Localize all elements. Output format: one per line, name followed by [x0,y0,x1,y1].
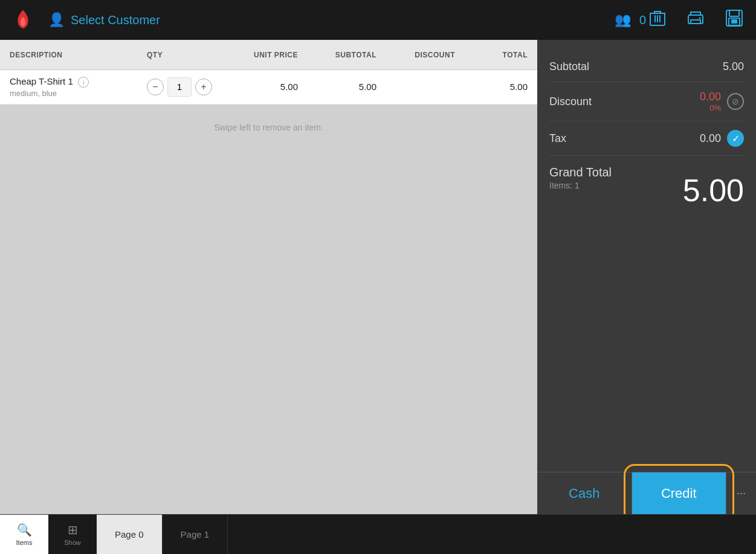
discount-label: Discount [549,95,592,108]
customer-label[interactable]: Select Customer [71,13,160,27]
discount-percent: 0% [700,103,721,112]
page-tab-0[interactable]: Page 0 [97,515,163,555]
nav-show[interactable]: ⊞ Show [48,515,97,554]
group-count: 0 [639,13,646,27]
table-body: Cheap T-Shirt 1 i medium, blue − + 5.00 … [0,70,537,105]
subtotal-row: Subtotal 5.00 [549,52,744,82]
item-name: Cheap T-Shirt 1 [10,76,73,86]
grand-total-section: Grand Total Items: 1 5.00 [549,166,744,208]
page-tabs: Page 0 Page 1 [97,515,228,554]
unit-price-value: 5.00 [219,82,298,92]
show-icon: ⊞ [68,523,78,537]
svg-rect-5 [729,10,739,16]
header-actions [646,6,746,34]
qty-decrease-button[interactable]: − [147,79,164,95]
group-icon: 👥 [615,12,631,28]
bottom-nav: 🔍 Items ⊞ Show Page 0 Page 1 [0,514,756,554]
qty-increase-button[interactable]: + [195,79,212,95]
tax-container: 0.00 ✓ [700,130,744,147]
svg-rect-7 [731,19,737,24]
save-button[interactable] [722,6,746,34]
tax-check-icon[interactable]: ✓ [727,130,744,147]
delete-button[interactable] [646,6,669,34]
qty-input[interactable] [167,77,192,97]
col-total: TOTAL [455,51,528,59]
left-panel: DESCRIPTION QTY UNIT PRICE SUBTOTAL DISC… [0,40,537,514]
customer-section[interactable]: 👤 Select Customer [48,12,615,28]
svg-rect-2 [691,20,700,24]
nav-items[interactable]: 🔍 Items [0,515,48,554]
subtotal-value: 5.00 [723,60,744,73]
subtotal-value: 5.00 [298,82,376,92]
page-1-label: Page 1 [181,529,210,540]
items-icon: 🔍 [17,523,32,537]
cash-button[interactable]: Cash [537,472,632,514]
total-value: 5.00 [455,82,528,92]
items-label: Items [16,539,33,546]
swipe-hint: Swipe left to remove an item. [0,111,537,144]
table-row: Cheap T-Shirt 1 i medium, blue − + 5.00 … [0,70,537,105]
app-logo [10,7,36,33]
col-subtotal: SUBTOTAL [298,51,376,59]
credit-button-wrapper: Credit [632,472,726,514]
item-description: Cheap T-Shirt 1 i medium, blue [10,76,147,98]
credit-button[interactable]: Credit [632,472,726,514]
more-button[interactable]: ··· [726,472,756,514]
discount-container: 0.00 0% ⊘ [700,91,744,112]
col-qty: QTY [147,51,219,59]
payment-buttons: Cash Credit ··· [537,472,756,514]
discount-row: Discount 0.00 0% ⊘ [549,82,744,121]
svg-point-3 [699,18,701,19]
discount-edit-icon[interactable]: ⊘ [727,93,744,110]
tax-row: Tax 0.00 ✓ [549,121,744,156]
tax-label: Tax [549,132,566,145]
show-label: Show [64,539,81,546]
item-variant: medium, blue [10,89,147,98]
main-content: DESCRIPTION QTY UNIT PRICE SUBTOTAL DISC… [0,40,756,514]
col-description: DESCRIPTION [10,51,147,59]
table-header: DESCRIPTION QTY UNIT PRICE SUBTOTAL DISC… [0,40,537,70]
col-discount: DISCOUNT [376,51,455,59]
discount-value-group: 0.00 0% [700,91,721,112]
customer-icon: 👤 [48,12,65,28]
page-0-label: Page 0 [115,529,144,540]
page-tab-1[interactable]: Page 1 [163,515,228,555]
right-panel: Subtotal 5.00 Discount 0.00 0% ⊘ Tax 0. [537,40,756,514]
subtotal-label: Subtotal [549,60,589,73]
summary-section: Subtotal 5.00 Discount 0.00 0% ⊘ Tax 0. [537,40,756,472]
tax-value: 0.00 [700,132,721,145]
discount-amount: 0.00 [700,91,721,103]
qty-control: − + [147,77,219,97]
print-button[interactable] [683,7,708,33]
app-header: 👤 Select Customer 👥 0 [0,0,756,40]
info-icon[interactable]: i [78,77,89,88]
col-unit-price: UNIT PRICE [219,51,298,59]
